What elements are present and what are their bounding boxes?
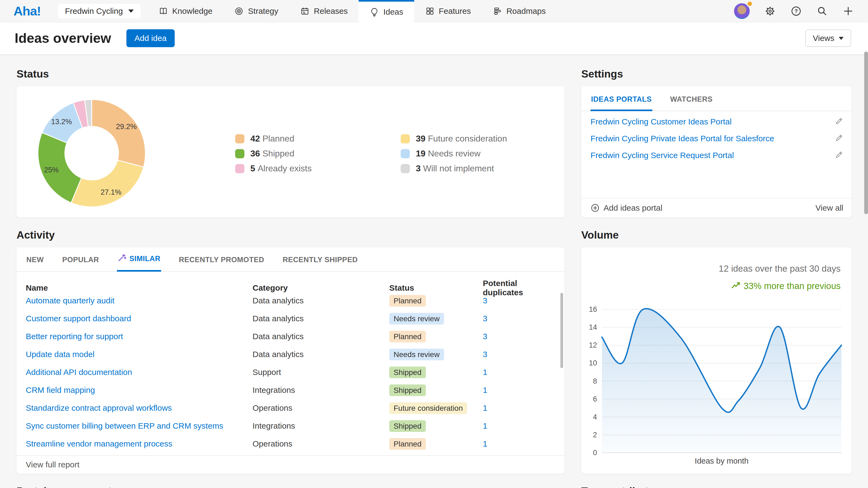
add-idea-button[interactable]: Add idea [126,29,175,47]
tab-similar[interactable]: SIMILAR [117,254,161,272]
nav-item-ideas[interactable]: Ideas [359,0,414,22]
status-badge: Planned [389,295,426,306]
legend-item-will-not-implement: 3 Will not implement [401,161,566,176]
duplicates-link[interactable]: 1 [483,403,555,413]
page-header: Ideas overview Add idea Views [0,22,868,54]
nav-item-strategy[interactable]: Strategy [223,0,289,22]
tab-label: RECENTLY SHIPPED [283,256,358,264]
idea-name-link[interactable]: Streamline vendor management process [26,439,252,448]
duplicates-link[interactable]: 3 [483,350,555,359]
legend-count: 5 [250,163,258,173]
portal-engagement-heading: Portal engagement [17,485,564,488]
nav-item-label: Ideas [383,7,403,17]
duplicates-link[interactable]: 1 [483,421,555,430]
idea-name-link[interactable]: Update data model [26,350,252,359]
legend-swatch [401,149,410,158]
avatar[interactable] [734,3,750,19]
idea-category: Support [252,368,389,377]
top-contributors-heading: Top contributors [581,485,851,488]
legend-label: Future consideration [428,134,507,143]
tab-new[interactable]: NEW [26,256,44,272]
legend-count: 36 [250,149,262,158]
svg-text:4: 4 [593,413,597,421]
duplicates-link[interactable]: 1 [483,439,555,448]
tab-label: SIMILAR [129,255,161,263]
status-badge: Shipped [389,366,426,378]
tab-ideas-portals[interactable]: IDEAS PORTALS [590,95,652,111]
settings-heading: Settings [581,68,851,80]
search-icon[interactable] [816,5,828,17]
idea-status-cell: Shipped [389,386,483,395]
aha-logo[interactable]: Aha! [13,3,41,19]
portal-link-1[interactable]: Fredwin Cycling Private Ideas Portal for… [590,134,774,143]
notification-dot [746,1,753,7]
magic-wand-icon [118,254,126,264]
svg-text:Ideas by month: Ideas by month [695,457,748,465]
nav-items: KnowledgeStrategyReleasesIdeasFeaturesRo… [148,0,557,22]
table-scrollbar[interactable] [560,293,563,368]
strategy-icon [234,6,244,16]
view-all-link[interactable]: View all [815,203,843,213]
right-column: Settings IDEAS PORTALS WATCHERS Fredwin … [581,68,851,488]
legend-swatch [401,134,410,143]
idea-name-link[interactable]: CRM field mapping [26,386,252,395]
volume-summary: 12 ideas over the past 30 days 33% more … [719,263,841,291]
portal-link-2[interactable]: Fredwin Cycling Service Request Portal [590,151,734,160]
view-full-report-link[interactable]: View full report [26,460,80,469]
tab-popular[interactable]: POPULAR [62,256,100,272]
duplicates-link[interactable]: 3 [483,332,555,341]
duplicates-link[interactable]: 3 [483,296,555,305]
legend-text: 36 Shipped [250,149,294,159]
svg-text:0: 0 [593,449,597,457]
nav-right: ? [734,0,854,22]
activity-card: NEWPOPULARSIMILARRECENTLY PROMOTEDRECENT… [17,247,564,474]
settings-tabs: IDEAS PORTALS WATCHERS [581,86,851,111]
legend-item-already-exists: 5 Already exists [235,161,401,176]
portal-link-0[interactable]: Fredwin Cycling Customer Ideas Portal [590,117,732,126]
idea-name-link[interactable]: Automate quarterly audit [26,296,252,305]
portal-row: Fredwin Cycling Customer Ideas Portal [581,113,851,130]
idea-status-cell: Shipped [389,421,483,430]
legend-label: Shipped [262,149,294,158]
pencil-icon[interactable] [835,151,843,160]
table-row: CRM field mappingIntegrationsShipped1 [26,381,555,399]
idea-name-link[interactable]: Sync customer billing between ERP and CR… [26,421,252,430]
duplicates-link[interactable]: 1 [483,386,555,395]
page-scrollbar[interactable] [864,52,868,214]
idea-category: Operations [252,403,389,413]
nav-item-releases[interactable]: Releases [289,0,359,22]
nav-item-knowledge[interactable]: Knowledge [148,0,223,22]
pencil-icon[interactable] [835,134,843,143]
column-header-category: Category [252,283,389,293]
legend-text: 42 Planned [250,134,294,144]
idea-name-link[interactable]: Additional API documentation [26,368,252,377]
gear-icon[interactable] [764,5,776,17]
nav-item-features[interactable]: Features [414,0,482,22]
plus-icon[interactable] [842,5,854,17]
svg-text:27.1%: 27.1% [101,188,122,196]
plus-circle-icon [590,203,600,213]
workspace-selector[interactable]: Fredwin Cycling [58,3,141,19]
tab-recently-shipped[interactable]: RECENTLY SHIPPED [282,256,358,272]
idea-name-link[interactable]: Customer support dashboard [26,314,252,323]
idea-name-link[interactable]: Standardize contract approval workflows [26,403,252,413]
legend-text: 5 Already exists [250,163,312,173]
views-button[interactable]: Views [805,30,851,47]
ideas-icon [369,7,379,17]
left-column: Status 29.2%27.1%25%13.2% 42 Planned36 S… [17,68,564,488]
idea-status-cell: Planned [389,332,483,341]
status-legend: 42 Planned36 Shipped5 Already exists39 F… [235,131,566,176]
duplicates-link[interactable]: 1 [483,368,555,377]
help-icon[interactable]: ? [790,5,802,17]
nav-item-label: Releases [314,6,348,16]
add-ideas-portal-link[interactable]: Add ideas portal [590,203,662,213]
duplicates-link[interactable]: 3 [483,314,555,323]
volume-summary-text: 12 ideas over the past 30 days [719,263,841,274]
tab-watchers[interactable]: WATCHERS [670,95,713,111]
idea-name-link[interactable]: Better reporting for support [26,332,252,341]
nav-item-roadmaps[interactable]: Roadmaps [482,0,557,22]
roadmaps-icon [493,6,502,16]
pencil-icon[interactable] [835,117,843,127]
tab-recently-promoted[interactable]: RECENTLY PROMOTED [179,256,265,272]
table-row: Update data modelData analyticsNeeds rev… [26,346,555,363]
